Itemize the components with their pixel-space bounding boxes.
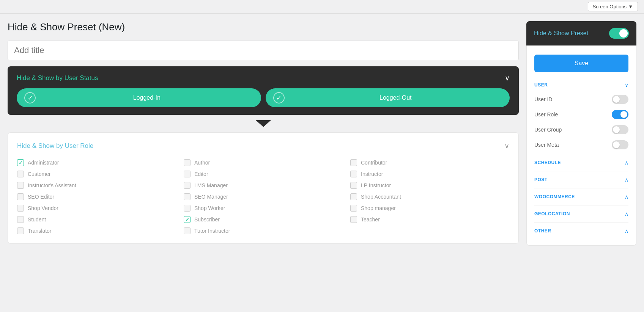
page-title: Hide & Show Preset (New)	[8, 21, 519, 33]
role-checkbox[interactable]	[17, 182, 24, 189]
role-label: Author	[194, 160, 210, 166]
role-label: Student	[28, 216, 46, 223]
sidebar-item-user-group: User Group	[534, 122, 628, 137]
toggle-user-meta[interactable]	[612, 140, 628, 149]
toggle-user-group[interactable]	[612, 125, 628, 134]
role-item: Translator	[17, 227, 176, 234]
role-item: Subscriber	[184, 216, 343, 223]
role-checkbox[interactable]	[350, 193, 357, 200]
role-checkbox[interactable]	[350, 171, 357, 177]
role-checkbox[interactable]	[350, 182, 357, 189]
screen-options-chevron: ▼	[628, 4, 633, 9]
main-layout: Hide & Show Preset (New) Hide & Show by …	[0, 14, 644, 253]
sidebar-header-title: Hide & Show Preset	[534, 30, 588, 37]
role-item: Student	[17, 216, 176, 223]
main-toggle[interactable]	[609, 28, 629, 39]
screen-options-label: Screen Options	[593, 4, 627, 9]
status-buttons: ✓ Logged-In ✓ Logged-Out	[17, 88, 510, 107]
sidebar-section-header-geolocation[interactable]: GEOLOCATION∧	[534, 207, 628, 221]
role-checkbox[interactable]	[17, 216, 24, 223]
logged-out-label: Logged-Out	[289, 94, 502, 101]
sidebar-section-title-post: POST	[534, 177, 548, 182]
role-label: Tutor Instructor	[194, 228, 230, 234]
role-item: Administrator	[17, 159, 176, 166]
triangle-pointer	[8, 120, 519, 127]
logged-in-check: ✓	[24, 92, 36, 103]
role-label: Translator	[28, 228, 52, 234]
role-label: Shop manager	[361, 205, 396, 211]
role-label: Shop Vendor	[28, 205, 58, 211]
role-checkbox[interactable]	[350, 159, 357, 166]
role-checkbox[interactable]	[17, 193, 24, 200]
role-item: Teacher	[350, 216, 509, 223]
role-checkbox[interactable]	[184, 171, 191, 177]
role-label: Shop Accountant	[361, 194, 401, 200]
role-checkbox[interactable]	[17, 205, 24, 212]
sidebar-section-header-other[interactable]: OTHER∧	[534, 224, 628, 238]
role-label: Customer	[28, 171, 51, 177]
sidebar-item-label: User Meta	[534, 142, 559, 148]
role-item: Shop Worker	[184, 205, 343, 212]
role-item: Customer	[17, 171, 176, 177]
user-role-panel-header: Hide & Show by User Role ∨	[17, 142, 509, 150]
role-checkbox[interactable]	[184, 216, 191, 223]
title-input[interactable]	[8, 41, 519, 60]
sidebar-body: Save USER∨User IDUser RoleUser GroupUser…	[526, 45, 636, 246]
sidebar-section-header-post[interactable]: POST∧	[534, 173, 628, 187]
toggle-user-id[interactable]	[612, 95, 628, 104]
sidebar-section-woocommerce: WOOCOMMERCE∧	[534, 188, 628, 205]
sidebar-section-header-user[interactable]: USER∨	[534, 78, 628, 92]
role-item: SEO Editor	[17, 193, 176, 200]
role-label: Teacher	[361, 216, 380, 223]
user-role-chevron[interactable]: ∨	[504, 142, 509, 150]
sidebar-section-title-woocommerce: WOOCOMMERCE	[534, 194, 575, 199]
role-item: Shop manager	[350, 205, 509, 212]
role-label: LP Instructor	[361, 182, 391, 188]
sidebar-section-chevron-post: ∧	[625, 177, 628, 183]
user-status-chevron[interactable]: ∨	[505, 74, 510, 82]
role-label: Editor	[194, 171, 208, 177]
sidebar: Hide & Show Preset Save USER∨User IDUser…	[526, 21, 636, 246]
role-checkbox[interactable]	[350, 216, 357, 223]
role-checkbox[interactable]	[184, 182, 191, 189]
sidebar-section-title-user: USER	[534, 82, 548, 88]
sidebar-section-other: OTHER∧	[534, 223, 628, 239]
sidebar-item-label: User Group	[534, 127, 562, 133]
user-role-title: Hide & Show by User Role	[17, 142, 93, 150]
role-item: Author	[184, 159, 343, 166]
logged-in-label: Logged-In	[40, 94, 254, 101]
role-checkbox[interactable]	[350, 205, 357, 212]
toggle-slider	[612, 110, 628, 119]
user-status-panel: Hide & Show by User Status ∨ ✓ Logged-In…	[8, 66, 519, 115]
role-checkbox[interactable]	[184, 159, 191, 166]
role-checkbox[interactable]	[17, 171, 24, 177]
role-checkbox[interactable]	[17, 159, 24, 166]
toggle-user-role[interactable]	[612, 110, 628, 119]
sidebar-item-label: User Role	[534, 111, 558, 118]
screen-options-button[interactable]: Screen Options ▼	[588, 2, 638, 11]
sidebar-section-post: POST∧	[534, 171, 628, 188]
role-checkbox[interactable]	[184, 193, 191, 200]
sidebar-section-header-woocommerce[interactable]: WOOCOMMERCE∧	[534, 190, 628, 204]
logged-out-button[interactable]: ✓ Logged-Out	[266, 88, 510, 107]
toggle-slider	[612, 95, 628, 104]
role-item: Instructor's Assistant	[17, 182, 176, 189]
sidebar-section-header-schedule[interactable]: SCHEDULE∧	[534, 156, 628, 169]
role-item: Instructor	[350, 171, 509, 177]
role-label: SEO Editor	[28, 194, 54, 200]
sidebar-item-user-meta: User Meta	[534, 137, 628, 152]
sidebar-header: Hide & Show Preset	[526, 21, 636, 45]
save-button[interactable]: Save	[534, 55, 628, 72]
role-checkbox[interactable]	[184, 227, 191, 234]
logged-in-button[interactable]: ✓ Logged-In	[17, 88, 261, 107]
role-item: Shop Vendor	[17, 205, 176, 212]
role-checkbox[interactable]	[184, 205, 191, 212]
user-status-panel-header: Hide & Show by User Status ∨	[17, 74, 510, 82]
role-label: Contributor	[361, 160, 387, 166]
role-label: Instructor	[361, 171, 383, 177]
role-label: Administrator	[28, 160, 59, 166]
role-item: Contributor	[350, 159, 509, 166]
toggle-slider	[612, 140, 628, 149]
role-item: LMS Manager	[184, 182, 343, 189]
role-checkbox[interactable]	[17, 227, 24, 234]
